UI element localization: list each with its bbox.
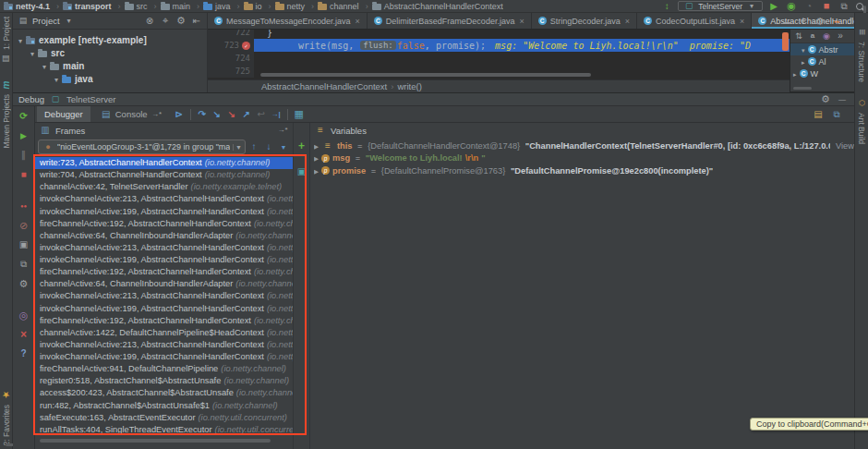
stop-button[interactable] — [820, 0, 833, 13]
gutter-cell[interactable]: 723 — [208, 39, 254, 52]
project-tree-item[interactable]: example [netty-example] — [13, 33, 207, 46]
close-tab-icon[interactable]: × — [740, 17, 744, 26]
editor-tab[interactable]: DelimiterBasedFrameDecoder.java × — [368, 13, 532, 29]
run-configuration-select[interactable]: TelnetServer — [678, 1, 763, 11]
code-editor[interactable]: 722 } 723 write(msg, flush:false, promis… — [208, 30, 790, 79]
variables-view-icon[interactable] — [812, 108, 825, 121]
close-tab-icon[interactable]: × — [625, 17, 630, 26]
stack-frame-row[interactable]: fireChannelActive:192, AbstractChannelHa… — [35, 315, 293, 327]
hide-tabs-icon[interactable] — [780, 15, 793, 28]
variable-row-this[interactable]: this = {DefaultChannelHandlerContext@174… — [314, 140, 854, 152]
chevron-down-icon[interactable]: ▼ — [233, 144, 242, 151]
stack-frame-row[interactable]: invokeChannelActive:199, AbstractChannel… — [35, 303, 293, 315]
new-watch-icon[interactable] — [295, 140, 308, 152]
profile-button[interactable] — [802, 0, 815, 13]
expand-arrow-icon[interactable] — [802, 45, 805, 55]
chevron-down-icon[interactable] — [63, 15, 76, 28]
more-icon[interactable] — [834, 30, 847, 42]
mute-breakpoints-icon[interactable] — [18, 219, 30, 232]
view-breakpoints-icon[interactable] — [18, 200, 30, 212]
stack-frame-row[interactable]: invokeChannelActive:199, AbstractChannel… — [35, 351, 293, 363]
expand-arrow-icon[interactable] — [30, 48, 34, 58]
hide-window-icon[interactable] — [836, 93, 849, 106]
stack-frame-row[interactable]: invokeChannelActive:199, AbstractChannel… — [35, 206, 293, 218]
sort-icon[interactable] — [792, 30, 805, 42]
sidebar-tab-project[interactable]: 1: Project — [0, 17, 13, 66]
stack-frame-row[interactable]: channelActive:1422, DefaultChannelPipeli… — [35, 327, 293, 339]
stack-frame-row[interactable]: runAllTasks:404, SingleThreadEventExecut… — [35, 424, 293, 436]
restore-watches-icon[interactable] — [295, 165, 308, 178]
help-icon[interactable] — [18, 347, 30, 360]
breadcrumb-item[interactable]: AbstractChannelHandlerContext — [372, 2, 503, 11]
hide-panel-icon[interactable] — [190, 15, 203, 28]
step-over-icon[interactable] — [196, 108, 209, 121]
settings-icon[interactable] — [18, 277, 30, 290]
stack-frame-row[interactable]: invokeChannelActive:213, AbstractChannel… — [35, 339, 293, 351]
run-button[interactable] — [767, 0, 780, 13]
editor-tab[interactable]: StringDecoder.java × — [532, 13, 637, 29]
frames-hscrollbar[interactable] — [40, 439, 271, 443]
show-execution-point-icon[interactable] — [173, 108, 186, 121]
scroll-to-source-icon[interactable] — [159, 15, 172, 28]
sidebar-tab-ant-build[interactable]: Ant Build — [855, 97, 868, 144]
expand-arrow-icon[interactable] — [314, 141, 319, 151]
breadcrumb-method[interactable]: write() — [397, 81, 421, 91]
stack-frame-row[interactable]: register0:518, AbstractChannel$AbstractU… — [35, 375, 293, 387]
stack-frame-row[interactable]: access$200:423, AbstractChannel$Abstract… — [35, 387, 293, 399]
editor-settings-icon[interactable] — [814, 15, 826, 28]
previous-frame-icon[interactable] — [247, 140, 260, 153]
variable-row-msg[interactable]: msg = "Welcome to Liyh.local!\r\n" — [314, 152, 854, 165]
project-tree-item[interactable]: main — [13, 59, 207, 72]
restore-layout-button[interactable] — [838, 0, 850, 13]
structure-hscrollbar[interactable] — [793, 87, 812, 90]
editor-vscrollbar[interactable] — [782, 32, 789, 51]
close-tab-icon[interactable]: × — [356, 17, 360, 26]
tab-debugger[interactable]: Debugger — [37, 106, 90, 122]
stack-frame-row[interactable]: channelActive:42, TelnetServerHandler(io… — [35, 181, 293, 193]
annotations-toggle-icon[interactable] — [830, 15, 843, 28]
pin-tab-icon[interactable] — [18, 309, 30, 322]
gutter-cell[interactable]: 725 — [208, 65, 254, 78]
breadcrumb-item[interactable]: netty — [275, 2, 319, 11]
breadcrumb-item[interactable]: channel — [318, 2, 372, 11]
editor-hscrollbar[interactable] — [260, 73, 591, 77]
evaluate-expression-icon[interactable] — [293, 108, 306, 121]
restore-layout-icon[interactable] — [18, 258, 30, 271]
sidebar-tab-structure[interactable]: 7: Structure — [855, 26, 868, 82]
hide-frames-filter-icon[interactable] — [277, 140, 290, 153]
expand-arrow-icon[interactable] — [802, 57, 805, 67]
collapse-all-icon[interactable] — [143, 15, 156, 28]
variable-row-promise[interactable]: promise = {DefaultChannelPromise@1763} "… — [314, 164, 854, 177]
stack-frame-row[interactable]: invokeChannelActive:213, AbstractChannel… — [35, 193, 293, 205]
expand-arrow-icon[interactable] — [793, 69, 797, 79]
vcs-update-icon[interactable] — [660, 0, 673, 13]
structure-item[interactable]: W — [790, 67, 854, 79]
project-tree-item[interactable]: src — [13, 46, 207, 59]
thread-dump-icon[interactable] — [18, 238, 30, 251]
project-tree-item[interactable]: java — [13, 72, 207, 85]
sort-alpha-icon[interactable] — [806, 30, 819, 42]
breadcrumb-item[interactable]: main — [161, 2, 204, 11]
stack-frame-row[interactable]: run:482, AbstractChannel$AbstractUnsafe$… — [35, 400, 293, 412]
debug-title[interactable]: Debug — [18, 94, 44, 104]
expand-arrow-icon[interactable] — [314, 166, 319, 176]
step-out-icon[interactable] — [240, 108, 253, 121]
force-step-into-icon[interactable] — [225, 108, 238, 121]
stack-frame-row[interactable]: invokeChannelActive:199, AbstractChannel… — [35, 254, 293, 266]
visibility-icon[interactable] — [820, 30, 833, 42]
stack-frame-row[interactable]: invokeChannelActive:213, AbstractChannel… — [35, 290, 293, 302]
stack-frame-row[interactable]: fireChannelActive:941, DefaultChannelPip… — [35, 363, 293, 375]
stack-frame-row[interactable]: fireChannelActive:192, AbstractChannelHa… — [35, 218, 293, 230]
structure-item[interactable]: Abstr — [790, 43, 854, 55]
view-link[interactable]: View — [836, 141, 854, 151]
breadcrumb-item[interactable]: netty-4.1 — [4, 2, 63, 11]
step-into-icon[interactable] — [211, 108, 223, 121]
breadcrumb-class[interactable]: AbstractChannelHandlerContext — [261, 81, 387, 91]
gutter-cell[interactable]: 722 — [208, 30, 254, 39]
resume-icon[interactable] — [18, 129, 30, 142]
frames-list[interactable]: write:723, AbstractChannelHandlerContext… — [35, 156, 293, 436]
stack-frame-row[interactable]: write:704, AbstractChannelHandlerContext… — [35, 169, 293, 181]
drop-frame-icon[interactable] — [255, 108, 268, 121]
thread-selector[interactable]: "nioEventLoopGroup-3-1"@1,729 in group "… — [38, 140, 246, 154]
structure-item[interactable]: Al — [790, 55, 854, 67]
